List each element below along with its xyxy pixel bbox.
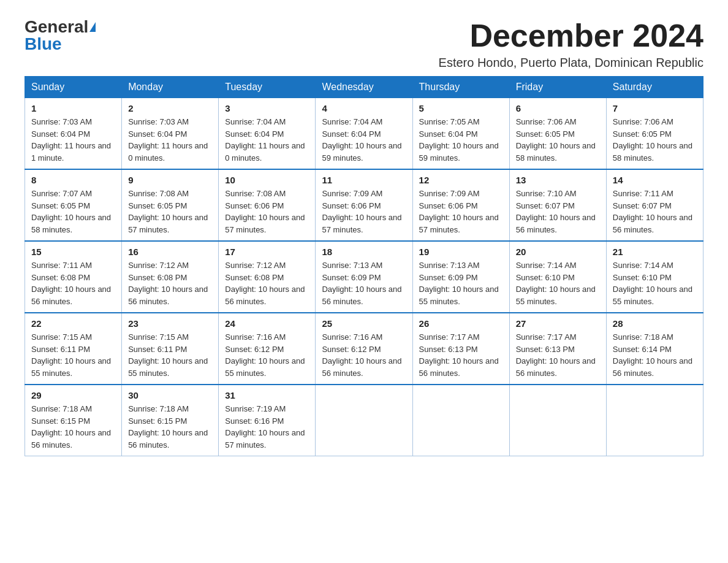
day-info: Sunrise: 7:13 AMSunset: 6:09 PMDaylight:…	[419, 259, 503, 307]
day-number: 28	[613, 318, 697, 329]
day-info: Sunrise: 7:08 AMSunset: 6:05 PMDaylight:…	[128, 188, 212, 236]
day-info: Sunrise: 7:17 AMSunset: 6:13 PMDaylight:…	[516, 331, 600, 379]
day-info: Sunrise: 7:06 AMSunset: 6:05 PMDaylight:…	[613, 116, 697, 164]
day-info: Sunrise: 7:12 AMSunset: 6:08 PMDaylight:…	[128, 259, 212, 307]
day-number: 18	[322, 247, 406, 257]
calendar-day-cell	[316, 385, 412, 456]
day-number: 14	[613, 175, 697, 185]
calendar-day-cell: 16Sunrise: 7:12 AMSunset: 6:08 PMDayligh…	[122, 241, 219, 313]
day-number: 8	[31, 175, 115, 185]
day-info: Sunrise: 7:04 AMSunset: 6:04 PMDaylight:…	[225, 116, 309, 164]
day-number: 16	[128, 247, 212, 257]
calendar-day-cell: 23Sunrise: 7:15 AMSunset: 6:11 PMDayligh…	[122, 313, 219, 385]
title-area: December 2024 Estero Hondo, Puerto Plata…	[439, 18, 703, 70]
calendar-day-cell: 5Sunrise: 7:05 AMSunset: 6:04 PMDaylight…	[412, 98, 509, 170]
day-info: Sunrise: 7:15 AMSunset: 6:11 PMDaylight:…	[31, 331, 115, 379]
day-number: 27	[516, 318, 600, 329]
day-number: 4	[322, 103, 406, 113]
day-info: Sunrise: 7:03 AMSunset: 6:04 PMDaylight:…	[128, 116, 212, 164]
day-number: 23	[128, 318, 212, 329]
day-number: 7	[613, 103, 697, 113]
calendar-day-cell: 12Sunrise: 7:09 AMSunset: 6:06 PMDayligh…	[412, 169, 509, 241]
day-info: Sunrise: 7:11 AMSunset: 6:07 PMDaylight:…	[613, 188, 697, 236]
day-info: Sunrise: 7:15 AMSunset: 6:11 PMDaylight:…	[128, 331, 212, 379]
calendar-day-cell: 24Sunrise: 7:16 AMSunset: 6:12 PMDayligh…	[219, 313, 316, 385]
calendar-week-row: 8Sunrise: 7:07 AMSunset: 6:05 PMDaylight…	[25, 169, 703, 241]
day-info: Sunrise: 7:09 AMSunset: 6:06 PMDaylight:…	[419, 188, 503, 236]
weekday-header-tuesday: Tuesday	[219, 77, 316, 98]
calendar-week-row: 29Sunrise: 7:18 AMSunset: 6:15 PMDayligh…	[25, 385, 703, 456]
calendar-week-row: 15Sunrise: 7:11 AMSunset: 6:08 PMDayligh…	[25, 241, 703, 313]
calendar-day-cell: 4Sunrise: 7:04 AMSunset: 6:04 PMDaylight…	[316, 98, 412, 170]
calendar-day-cell	[509, 385, 606, 456]
day-number: 9	[128, 175, 212, 185]
day-number: 11	[322, 175, 406, 185]
calendar-day-cell: 28Sunrise: 7:18 AMSunset: 6:14 PMDayligh…	[606, 313, 703, 385]
calendar-day-cell: 9Sunrise: 7:08 AMSunset: 6:05 PMDaylight…	[122, 169, 219, 241]
calendar-day-cell: 20Sunrise: 7:14 AMSunset: 6:10 PMDayligh…	[509, 241, 606, 313]
weekday-header-row: SundayMondayTuesdayWednesdayThursdayFrid…	[25, 77, 703, 98]
calendar-day-cell: 14Sunrise: 7:11 AMSunset: 6:07 PMDayligh…	[606, 169, 703, 241]
calendar-day-cell: 31Sunrise: 7:19 AMSunset: 6:16 PMDayligh…	[219, 385, 316, 456]
weekday-header-wednesday: Wednesday	[316, 77, 412, 98]
day-number: 13	[516, 175, 600, 185]
day-info: Sunrise: 7:05 AMSunset: 6:04 PMDaylight:…	[419, 116, 503, 164]
day-info: Sunrise: 7:04 AMSunset: 6:04 PMDaylight:…	[322, 116, 406, 164]
day-number: 26	[419, 318, 503, 329]
day-info: Sunrise: 7:07 AMSunset: 6:05 PMDaylight:…	[31, 188, 115, 236]
day-info: Sunrise: 7:18 AMSunset: 6:15 PMDaylight:…	[31, 403, 115, 451]
calendar-day-cell: 15Sunrise: 7:11 AMSunset: 6:08 PMDayligh…	[25, 241, 122, 313]
calendar-day-cell: 17Sunrise: 7:12 AMSunset: 6:08 PMDayligh…	[219, 241, 316, 313]
day-number: 3	[225, 103, 309, 113]
day-info: Sunrise: 7:06 AMSunset: 6:05 PMDaylight:…	[516, 116, 600, 164]
day-number: 20	[516, 247, 600, 257]
day-number: 19	[419, 247, 503, 257]
calendar-day-cell: 18Sunrise: 7:13 AMSunset: 6:09 PMDayligh…	[316, 241, 412, 313]
weekday-header-saturday: Saturday	[606, 77, 703, 98]
calendar-day-cell: 2Sunrise: 7:03 AMSunset: 6:04 PMDaylight…	[122, 98, 219, 170]
day-number: 12	[419, 175, 503, 185]
day-info: Sunrise: 7:10 AMSunset: 6:07 PMDaylight:…	[516, 188, 600, 236]
weekday-header-friday: Friday	[509, 77, 606, 98]
day-info: Sunrise: 7:16 AMSunset: 6:12 PMDaylight:…	[322, 331, 406, 379]
day-info: Sunrise: 7:09 AMSunset: 6:06 PMDaylight:…	[322, 188, 406, 236]
weekday-header-monday: Monday	[122, 77, 219, 98]
calendar-day-cell: 3Sunrise: 7:04 AMSunset: 6:04 PMDaylight…	[219, 98, 316, 170]
day-number: 10	[225, 175, 309, 185]
day-number: 5	[419, 103, 503, 113]
day-info: Sunrise: 7:11 AMSunset: 6:08 PMDaylight:…	[31, 259, 115, 307]
day-number: 21	[613, 247, 697, 257]
day-info: Sunrise: 7:13 AMSunset: 6:09 PMDaylight:…	[322, 259, 406, 307]
day-number: 17	[225, 247, 309, 257]
calendar-day-cell: 8Sunrise: 7:07 AMSunset: 6:05 PMDaylight…	[25, 169, 122, 241]
day-info: Sunrise: 7:16 AMSunset: 6:12 PMDaylight:…	[225, 331, 309, 379]
calendar-day-cell: 30Sunrise: 7:18 AMSunset: 6:15 PMDayligh…	[122, 385, 219, 456]
weekday-header-sunday: Sunday	[25, 77, 122, 98]
day-info: Sunrise: 7:08 AMSunset: 6:06 PMDaylight:…	[225, 188, 309, 236]
location-title: Estero Hondo, Puerto Plata, Dominican Re…	[439, 56, 703, 70]
calendar-day-cell: 25Sunrise: 7:16 AMSunset: 6:12 PMDayligh…	[316, 313, 412, 385]
calendar-day-cell: 1Sunrise: 7:03 AMSunset: 6:04 PMDaylight…	[25, 98, 122, 170]
calendar-day-cell: 27Sunrise: 7:17 AMSunset: 6:13 PMDayligh…	[509, 313, 606, 385]
calendar-day-cell: 11Sunrise: 7:09 AMSunset: 6:06 PMDayligh…	[316, 169, 412, 241]
day-info: Sunrise: 7:18 AMSunset: 6:14 PMDaylight:…	[613, 331, 697, 379]
day-info: Sunrise: 7:12 AMSunset: 6:08 PMDaylight:…	[225, 259, 309, 307]
day-number: 30	[128, 390, 212, 400]
logo-triangle-icon	[89, 22, 96, 32]
logo-blue-text: Blue	[25, 36, 62, 53]
calendar-day-cell: 6Sunrise: 7:06 AMSunset: 6:05 PMDaylight…	[509, 98, 606, 170]
calendar-day-cell: 13Sunrise: 7:10 AMSunset: 6:07 PMDayligh…	[509, 169, 606, 241]
calendar-week-row: 22Sunrise: 7:15 AMSunset: 6:11 PMDayligh…	[25, 313, 703, 385]
calendar-week-row: 1Sunrise: 7:03 AMSunset: 6:04 PMDaylight…	[25, 98, 703, 170]
day-info: Sunrise: 7:17 AMSunset: 6:13 PMDaylight:…	[419, 331, 503, 379]
day-info: Sunrise: 7:14 AMSunset: 6:10 PMDaylight:…	[613, 259, 697, 307]
day-number: 1	[31, 103, 115, 113]
month-title: December 2024	[439, 18, 703, 53]
day-number: 29	[31, 390, 115, 400]
weekday-header-thursday: Thursday	[412, 77, 509, 98]
calendar-day-cell	[412, 385, 509, 456]
day-number: 6	[516, 103, 600, 113]
logo-general-text: General	[25, 18, 88, 36]
day-info: Sunrise: 7:18 AMSunset: 6:15 PMDaylight:…	[128, 403, 212, 451]
day-number: 25	[322, 318, 406, 329]
